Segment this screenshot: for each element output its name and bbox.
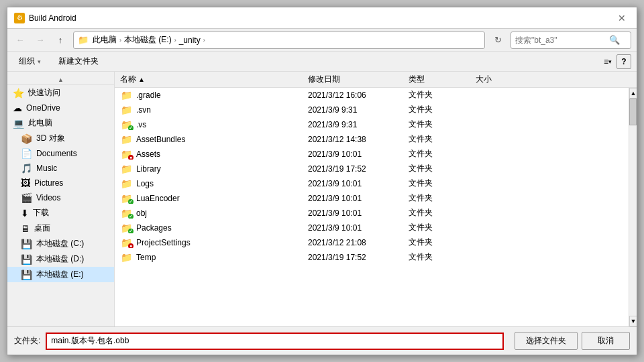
cell-type: 文件夹 (403, 104, 470, 115)
folder-glyph: 📁 (121, 164, 132, 174)
address-chevron-1: › (119, 37, 121, 44)
cell-type: 文件夹 (403, 207, 470, 219)
table-row[interactable]: 📁 Logs 2021/3/9 10:01 文件夹 (115, 176, 629, 191)
table-row[interactable]: 📁 .gradle 2021/3/12 16:06 文件夹 (115, 88, 629, 103)
sidebar-icon-onedrive: ☁ (13, 103, 22, 113)
sidebar-item-music[interactable]: 🎵Music (7, 161, 114, 176)
help-button[interactable]: ? (616, 54, 631, 69)
folder-icon: 📁 ● (120, 149, 132, 160)
column-type-header[interactable]: 类型 (403, 74, 470, 85)
column-date-header[interactable]: 修改日期 (303, 74, 403, 85)
table-row[interactable]: 📁 ✓ Packages 2021/3/9 10:01 文件夹 (115, 221, 629, 235)
sidebar-item-disk-e[interactable]: 💾本地磁盘 (E:) (7, 267, 114, 282)
folder-icon: 📁 (120, 178, 132, 189)
sidebar-icon-3d-objects: 📦 (21, 133, 32, 144)
folder-glyph: 📁 (121, 178, 132, 189)
up-button[interactable]: ↑ (53, 33, 68, 48)
address-segment-disk: 本地磁盘 (E:) › (124, 34, 176, 46)
sidebar-icon-documents: 📄 (21, 148, 32, 159)
file-label: 文件夹: (14, 335, 40, 347)
view-toggle-button[interactable]: ≡ ▾ (600, 54, 615, 69)
sidebar-icon-disk-c: 💾 (21, 239, 32, 249)
cell-type: 文件夹 (403, 89, 470, 101)
cell-date: 2021/3/9 10:01 (303, 179, 403, 188)
sidebar-label-disk-d: 本地磁盘 (D:) (36, 253, 84, 265)
sidebar-icon-quick-access: ⭐ (13, 88, 24, 99)
sidebar-item-disk-c[interactable]: 💾本地磁盘 (C:) (7, 236, 114, 251)
search-input[interactable] (515, 36, 609, 45)
address-segment-unity: _unity › (179, 36, 205, 45)
back-button[interactable]: ← (13, 33, 28, 48)
sidebar-item-disk-d[interactable]: 💾本地磁盘 (D:) (7, 251, 114, 267)
sidebar-label-desktop: 桌面 (34, 223, 50, 234)
table-row[interactable]: 📁 AssetBundles 2021/3/12 14:38 文件夹 (115, 132, 629, 147)
file-name-text: .vs (136, 120, 146, 129)
address-segment-pc: 此电脑 › (93, 34, 121, 46)
sidebar-items-container: ⭐快速访问☁OneDrive💻此电脑📦3D 对象📄Documents🎵Music… (7, 85, 114, 282)
sidebar-item-videos[interactable]: 🎬Videos (7, 190, 114, 205)
organize-chevron: ▾ (38, 58, 41, 65)
forward-button[interactable]: → (33, 33, 48, 48)
folder-glyph: 📁 (121, 90, 132, 101)
sidebar-item-3d-objects[interactable]: 📦3D 对象 (7, 131, 114, 146)
table-row[interactable]: 📁 ✓ obj 2021/3/9 10:01 文件夹 (115, 206, 629, 221)
folder-glyph: 📁 (121, 134, 132, 145)
column-size-header[interactable]: 大小 (470, 74, 524, 85)
cell-type: 文件夹 (403, 163, 470, 174)
sidebar-item-quick-access[interactable]: ⭐快速访问 (7, 85, 114, 101)
scroll-down-button[interactable]: ▼ (629, 316, 637, 326)
new-folder-button[interactable]: 新建文件夹 (52, 54, 105, 69)
table-row[interactable]: 📁 Temp 2021/3/19 17:52 文件夹 (115, 250, 629, 265)
sidebar-label-disk-c: 本地磁盘 (C:) (36, 238, 84, 249)
select-folder-button[interactable]: 选择文件夹 (515, 332, 578, 350)
badge-red: ● (128, 243, 133, 248)
scroll-up-arrow: ▲ (58, 76, 64, 83)
table-row[interactable]: 📁 .svn 2021/3/9 9:31 文件夹 (115, 103, 629, 117)
badge-check: ✓ (128, 199, 133, 204)
badge-check: ✓ (128, 214, 133, 219)
column-headers: 名称 ▲ 修改日期 类型 大小 (115, 72, 637, 88)
sidebar-item-this-pc[interactable]: 💻此电脑 (7, 115, 114, 131)
sidebar-item-documents[interactable]: 📄Documents (7, 146, 114, 161)
file-name-text: AssetBundles (136, 135, 185, 144)
view-icon: ≡ (604, 57, 608, 66)
refresh-button[interactable]: ↻ (490, 33, 505, 48)
sidebar-item-pictures[interactable]: 🖼Pictures (7, 176, 114, 190)
file-name-text: .svn (136, 105, 151, 115)
close-button[interactable]: ✕ (614, 10, 630, 26)
sidebar-label-downloads: 下载 (33, 207, 49, 219)
organize-button[interactable]: 组织 ▾ (13, 54, 47, 69)
table-row[interactable]: 📁 ● ProjectSettings 2021/3/12 21:08 文件夹 (115, 235, 629, 250)
table-row[interactable]: 📁 ✓ LuaEncoder 2021/3/9 10:01 文件夹 (115, 191, 629, 206)
table-row[interactable]: 📁 Library 2021/3/19 17:52 文件夹 (115, 162, 629, 176)
sidebar-item-desktop[interactable]: 🖥桌面 (7, 221, 114, 236)
cell-type: 文件夹 (403, 133, 470, 145)
scroll-up-button[interactable]: ▲ (629, 88, 637, 99)
table-row[interactable]: 📁 ✓ .vs 2021/3/9 9:31 文件夹 (115, 117, 629, 132)
cancel-button[interactable]: 取消 (582, 332, 630, 350)
sidebar-icon-pictures: 🖼 (21, 178, 30, 188)
column-name-header[interactable]: 名称 ▲ (115, 74, 303, 85)
folder-glyph: 📁 (121, 252, 132, 263)
cell-name: 📁 AssetBundles (115, 134, 303, 145)
search-icon[interactable]: 🔍 (609, 35, 620, 45)
cell-date: 2021/3/9 10:01 (303, 194, 403, 203)
file-input[interactable] (46, 333, 504, 350)
build-android-dialog: ⚙ Build Android ✕ ← → ↑ 📁 此电脑 › 本地磁盘 (E:… (7, 7, 637, 355)
sidebar-label-onedrive: OneDrive (26, 103, 60, 113)
table-row[interactable]: 📁 ● Assets 2021/3/9 10:01 文件夹 (115, 147, 629, 162)
file-list: 📁 .gradle 2021/3/12 16:06 文件夹 📁 .svn 202… (115, 88, 629, 326)
scroll-thumb[interactable] (629, 99, 637, 125)
sidebar-scroll-up[interactable]: ▲ (7, 74, 114, 85)
address-chevron-3: › (203, 37, 205, 44)
file-name-text: obj (136, 208, 147, 218)
address-bar[interactable]: 📁 此电脑 › 本地磁盘 (E:) › _unity › (73, 32, 485, 49)
badge-red: ● (128, 155, 133, 160)
cell-type: 文件夹 (403, 119, 470, 130)
file-name-text: ProjectSettings (136, 238, 191, 247)
folder-icon: 📁 ✓ (120, 208, 132, 219)
sidebar-item-onedrive[interactable]: ☁OneDrive (7, 101, 114, 115)
vertical-scrollbar[interactable]: ▲ ▼ (629, 88, 637, 326)
sidebar-item-downloads[interactable]: ⬇下载 (7, 205, 114, 221)
cell-name: 📁 ● ProjectSettings (115, 237, 303, 248)
